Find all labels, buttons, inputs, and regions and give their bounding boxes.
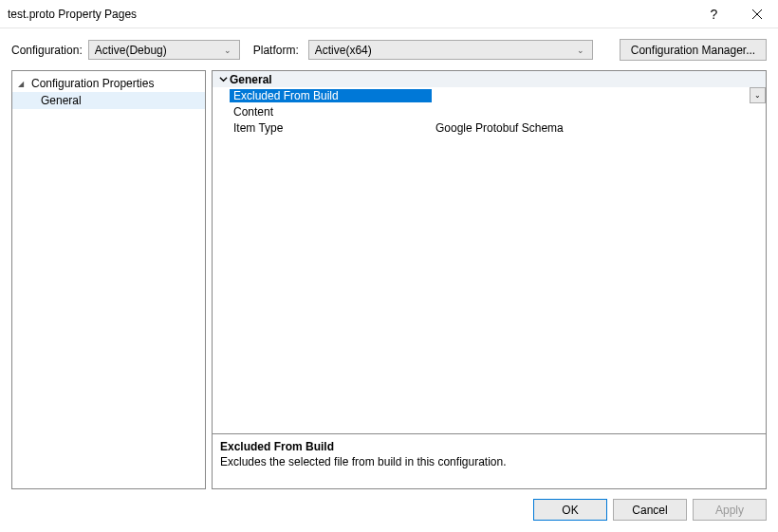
help-button[interactable]: ? bbox=[693, 0, 735, 28]
close-icon bbox=[752, 9, 762, 19]
configuration-dropdown[interactable]: Active(Debug) ⌄ bbox=[88, 40, 240, 60]
main-area: Configuration Properties General General… bbox=[0, 70, 778, 489]
config-toolbar: Configuration: Active(Debug) ⌄ Platform:… bbox=[0, 28, 778, 70]
property-row-excluded-from-build[interactable]: Excluded From Build ⌄ bbox=[213, 87, 766, 103]
configuration-value: Active(Debug) bbox=[95, 44, 220, 57]
window-title: test.proto Property Pages bbox=[8, 8, 693, 21]
close-button[interactable] bbox=[735, 0, 778, 28]
titlebar: test.proto Property Pages ? bbox=[0, 0, 778, 28]
chevron-down-icon[interactable]: ⌄ bbox=[750, 87, 766, 103]
platform-dropdown[interactable]: Active(x64) ⌄ bbox=[308, 40, 593, 60]
properties-panel: General Excluded From Build ⌄ Content It… bbox=[212, 70, 767, 489]
property-value-dropdown[interactable]: ⌄ bbox=[432, 87, 766, 103]
chevron-down-icon: ⌄ bbox=[220, 46, 235, 55]
ok-button[interactable]: OK bbox=[533, 499, 607, 521]
cancel-button[interactable]: Cancel bbox=[613, 499, 687, 521]
property-name: Excluded From Build bbox=[230, 89, 432, 102]
tree-panel[interactable]: Configuration Properties General bbox=[11, 70, 206, 489]
configuration-manager-button[interactable]: Configuration Manager... bbox=[620, 39, 767, 61]
property-row-item-type[interactable]: Item Type Google Protobuf Schema bbox=[213, 119, 766, 136]
description-title: Excluded From Build bbox=[220, 440, 758, 453]
property-name: Item Type bbox=[230, 121, 432, 135]
property-value: Google Protobuf Schema bbox=[432, 121, 766, 135]
tree-child-general[interactable]: General bbox=[12, 92, 205, 109]
property-group-header[interactable]: General bbox=[213, 71, 766, 87]
configuration-label: Configuration: bbox=[11, 44, 83, 57]
property-name: Content bbox=[230, 105, 432, 119]
dialog-buttons: OK Cancel Apply bbox=[0, 489, 778, 530]
platform-value: Active(x64) bbox=[315, 44, 573, 57]
property-grid: General Excluded From Build ⌄ Content It… bbox=[212, 70, 767, 434]
tree-root-item[interactable]: Configuration Properties bbox=[12, 75, 205, 92]
chevron-down-icon: ⌄ bbox=[573, 46, 588, 55]
chevron-down-icon bbox=[216, 75, 230, 83]
property-row-content[interactable]: Content bbox=[213, 103, 766, 119]
description-text: Excludes the selected file from build in… bbox=[220, 455, 758, 468]
apply-button: Apply bbox=[693, 499, 767, 521]
platform-label: Platform: bbox=[253, 44, 299, 57]
description-pane: Excluded From Build Excludes the selecte… bbox=[212, 434, 767, 489]
